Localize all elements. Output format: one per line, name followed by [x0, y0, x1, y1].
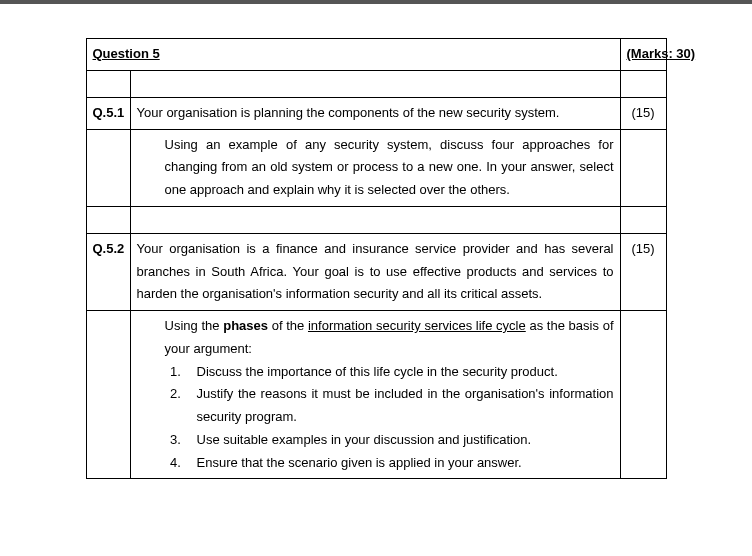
q51-id-blank	[86, 129, 130, 206]
q51-intro-row: Q.5.1 Your organisation is planning the …	[86, 97, 666, 129]
q52-lead-pre: Using the	[165, 318, 224, 333]
q52-lead-uline: information security services life cycle	[308, 318, 526, 333]
q52-body-cell: Using the phases of the information secu…	[130, 311, 620, 479]
q52-id: Q.5.2	[86, 233, 130, 310]
q52-body-row: Using the phases of the information secu…	[86, 311, 666, 479]
list-item: Use suitable examples in your discussion…	[185, 429, 614, 452]
q52-lead-bold: phases	[223, 318, 268, 333]
spacer-row	[86, 70, 666, 97]
question-table: Question 5 (Marks: 30) Q.5.1 Your organi…	[86, 38, 667, 479]
spacer-row	[86, 206, 666, 233]
q52-body: Using the phases of the information secu…	[137, 315, 614, 474]
q52-marks: (15)	[620, 233, 666, 310]
question-title: Question 5	[86, 39, 620, 71]
q52-intro: Your organisation is a finance and insur…	[130, 233, 620, 310]
q52-lead: Using the phases of the information secu…	[165, 315, 614, 361]
page: Question 5 (Marks: 30) Q.5.1 Your organi…	[0, 0, 752, 556]
q51-intro: Your organisation is planning the compon…	[130, 97, 620, 129]
q52-marks-blank	[620, 311, 666, 479]
top-rule	[0, 0, 752, 4]
table-header-row: Question 5 (Marks: 30)	[86, 39, 666, 71]
q51-body-row: Using an example of any security system,…	[86, 129, 666, 206]
q52-list: Discuss the importance of this life cycl…	[165, 361, 614, 475]
q51-id: Q.5.1	[86, 97, 130, 129]
list-item: Ensure that the scenario given is applie…	[185, 452, 614, 475]
q51-marks: (15)	[620, 97, 666, 129]
list-item: Justify the reasons it must be included …	[185, 383, 614, 429]
q51-marks-blank	[620, 129, 666, 206]
list-item: Discuss the importance of this life cycl…	[185, 361, 614, 384]
q51-body: Using an example of any security system,…	[137, 134, 614, 202]
q52-intro-row: Q.5.2 Your organisation is a finance and…	[86, 233, 666, 310]
question-total-marks: (Marks: 30)	[620, 39, 666, 71]
q52-lead-mid: of the	[268, 318, 308, 333]
q52-id-blank	[86, 311, 130, 479]
q51-body-cell: Using an example of any security system,…	[130, 129, 620, 206]
